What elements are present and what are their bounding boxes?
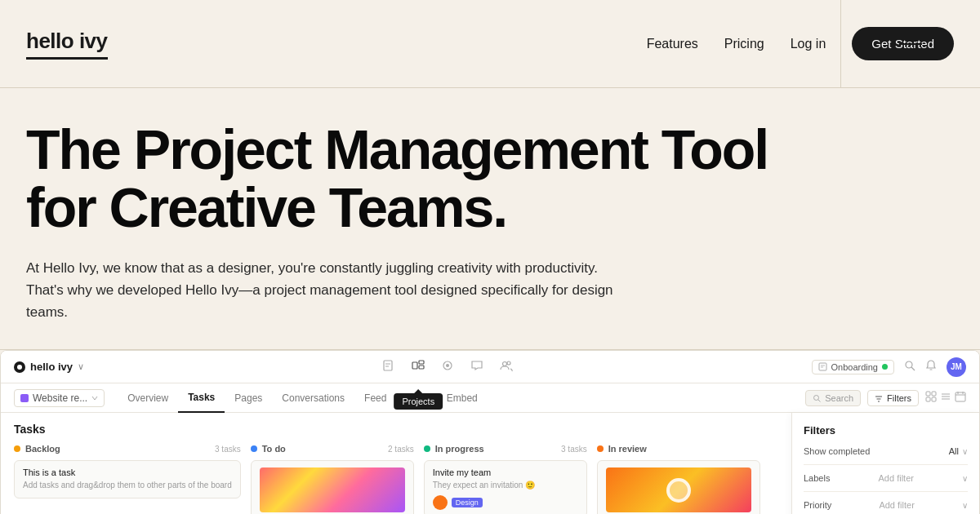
- onboarding-badge: Onboarding: [812, 360, 895, 374]
- filters-panel: Filters Show completed All ∨ Labels Add …: [791, 413, 979, 514]
- app-topbar-left: hello ivy ∨: [14, 361, 84, 373]
- task-card-title: This is a task: [23, 467, 232, 477]
- project-selector-chevron: [91, 395, 98, 401]
- subnav-embed[interactable]: Embed: [437, 383, 488, 413]
- col-title-inreview: In review: [597, 444, 647, 454]
- svg-line-15: [911, 367, 915, 370]
- bell-icon[interactable]: [925, 360, 937, 374]
- project-selector[interactable]: Website re...: [14, 389, 105, 407]
- header: hello ivy Features Pricing Log in Get St…: [0, 0, 980, 88]
- app-topbar: hello ivy ∨ Projects Onbo: [1, 351, 979, 383]
- filter-completed-label: Show completed: [804, 446, 870, 456]
- filter-priority-add[interactable]: Add filter: [879, 500, 914, 510]
- team-icon[interactable]: [500, 359, 513, 374]
- hero-subtitle: At Hello Ivy, we know that as a designer…: [26, 257, 614, 324]
- hamburger-menu[interactable]: [899, 38, 922, 51]
- svg-point-16: [814, 395, 819, 400]
- app-main: Tasks Backlog 3 tasks This is a task Add…: [1, 413, 979, 514]
- subnav-tasks[interactable]: Tasks: [178, 383, 225, 413]
- filter-row-labels: Labels Add filter ∨: [804, 473, 968, 492]
- svg-rect-28: [956, 392, 965, 401]
- filters-label: Filters: [887, 393, 911, 403]
- svg-point-8: [446, 364, 449, 367]
- projects-icon[interactable]: Projects: [412, 359, 425, 374]
- subnav-pages[interactable]: Pages: [225, 383, 272, 413]
- col-title-inprogress: In progress: [424, 444, 484, 454]
- col-title-todo: To do: [251, 444, 286, 454]
- backlog-count: 3 tasks: [215, 445, 241, 454]
- chat-icon[interactable]: [470, 359, 483, 374]
- inprogress-label: In progress: [435, 444, 484, 454]
- col-title-backlog: Backlog: [14, 444, 60, 454]
- filter-labels-add[interactable]: Add filter: [879, 473, 914, 483]
- list-view-icon[interactable]: [940, 391, 951, 405]
- app-topbar-icons: Projects: [382, 359, 513, 374]
- calendar-view-icon[interactable]: [955, 391, 966, 405]
- files-icon[interactable]: [382, 359, 395, 374]
- task-card-title: Invite my team: [433, 467, 578, 477]
- hamburger-line-1: [899, 38, 922, 39]
- task-card[interactable]: Invite my team They expect an invitation…: [424, 460, 587, 514]
- kanban-col-backlog: Backlog 3 tasks This is a task Add tasks…: [14, 444, 241, 514]
- todo-dot: [251, 445, 257, 452]
- tasks-search-icon: [813, 394, 821, 402]
- svg-rect-4: [412, 362, 417, 369]
- user-avatar[interactable]: JM: [947, 357, 966, 377]
- svg-rect-5: [419, 361, 424, 364]
- kanban-col-inreview: In review: [597, 444, 760, 514]
- task-card[interactable]: This is a task Add tasks and drag&drop t…: [14, 460, 241, 498]
- filter-completed-value[interactable]: All ∨: [949, 446, 968, 456]
- filter-row-completed: Show completed All ∨: [804, 446, 968, 465]
- task-card[interactable]: [251, 460, 414, 514]
- hamburger-line-3: [899, 49, 915, 51]
- inprogress-dot: [424, 445, 430, 452]
- task-card-desc: They expect an invitation 🙂: [433, 480, 578, 491]
- nav-login[interactable]: Log in: [791, 37, 826, 51]
- task-badge: Design: [452, 498, 483, 507]
- grid-view-icon[interactable]: [925, 391, 937, 405]
- filters-icon: [875, 394, 883, 402]
- filter-chevron: ∨: [962, 501, 968, 510]
- filter-row-priority: Priority Add filter ∨: [804, 500, 968, 514]
- filter-labels-label: Labels: [804, 473, 830, 483]
- task-card-image-donut: [606, 467, 751, 512]
- filter-priority-label: Priority: [804, 500, 831, 510]
- svg-rect-24: [932, 397, 936, 401]
- nav-pricing[interactable]: Pricing: [724, 37, 764, 51]
- app-logo-chevron: ∨: [78, 361, 84, 372]
- view-icons: [925, 391, 966, 405]
- app-logo-text: hello ivy: [30, 361, 73, 373]
- app-topbar-right: Onboarding JM: [812, 357, 967, 377]
- col-header-backlog: Backlog 3 tasks: [14, 444, 241, 454]
- subnav-conversations[interactable]: Conversations: [272, 383, 354, 413]
- subnav-feed[interactable]: Feed: [354, 383, 396, 413]
- svg-rect-22: [932, 392, 936, 396]
- app-preview: hello ivy ∨ Projects Onbo: [0, 350, 980, 514]
- svg-point-0: [17, 365, 22, 370]
- col-header-inreview: In review: [597, 444, 760, 454]
- onboarding-status-dot: [882, 364, 888, 370]
- hero-title: The Project Management Tool for Creative…: [26, 121, 810, 237]
- search-placeholder: Search: [825, 393, 853, 403]
- filter-chevron: ∨: [962, 474, 968, 483]
- subnav-overview[interactable]: Overview: [118, 383, 178, 413]
- todo-count: 2 tasks: [388, 445, 414, 454]
- filter-chevron: ∨: [962, 447, 968, 456]
- project-selector-label: Website re...: [33, 392, 87, 404]
- nav-features[interactable]: Features: [647, 37, 698, 51]
- svg-point-14: [906, 361, 912, 368]
- task-card[interactable]: [597, 460, 760, 514]
- task-card-image: [260, 467, 405, 512]
- filters-button[interactable]: Filters: [867, 390, 919, 406]
- svg-point-10: [507, 361, 510, 365]
- onboarding-label: Onboarding: [831, 362, 879, 372]
- svg-rect-1: [384, 361, 392, 370]
- tasks-search[interactable]: Search: [805, 390, 861, 406]
- svg-line-17: [818, 400, 821, 402]
- hamburger-line-2: [899, 43, 922, 45]
- svg-rect-23: [926, 397, 930, 401]
- circle-icon[interactable]: [441, 359, 454, 374]
- search-icon[interactable]: [904, 360, 915, 374]
- inreview-label: In review: [608, 444, 647, 454]
- logo: hello ivy: [26, 29, 108, 60]
